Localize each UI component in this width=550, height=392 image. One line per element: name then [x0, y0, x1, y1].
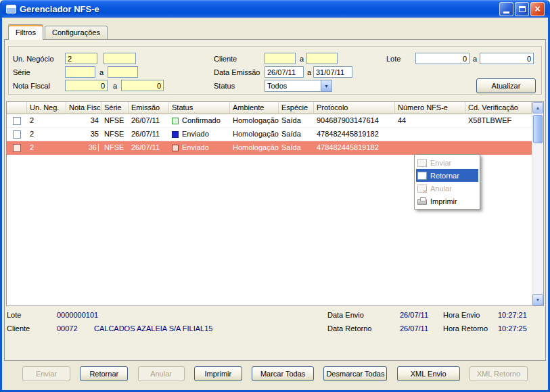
lote-label: Lote	[7, 311, 21, 319]
window-title: Gerenciador NFS-e	[20, 4, 496, 14]
status-square	[172, 131, 179, 138]
lote-to-input[interactable]	[480, 53, 534, 64]
scroll-down-button[interactable]: ▼	[532, 294, 543, 305]
row-checkbox[interactable]	[13, 130, 21, 139]
data-emissao-from-input[interactable]	[265, 66, 304, 78]
column-header-status[interactable]: Status	[169, 102, 230, 114]
maximize-button[interactable]	[515, 2, 529, 16]
cell-serie: NFSE	[101, 114, 129, 127]
action-imprimir-button[interactable]: Imprimir	[194, 366, 242, 381]
vertical-scrollbar[interactable]: ▲ ▼	[532, 102, 543, 305]
column-header-numero-nfs-e[interactable]: Número NFS-e	[395, 102, 465, 114]
row-checkbox[interactable]	[13, 144, 21, 152]
tab-filtros[interactable]: Filtros	[8, 24, 43, 40]
cell-status: Enviado	[169, 141, 230, 154]
cell-protocolo: 478482445819182	[314, 128, 395, 141]
cliente-to-input[interactable]	[306, 53, 338, 64]
table-row[interactable]: 234NFSE26/07/11ConfirmadoHomologaçãoSaíd…	[7, 114, 532, 128]
cell-numero-nfse: 44	[395, 114, 465, 127]
nota-fiscal-range-separator: a	[113, 82, 117, 90]
cell-un-neg: 2	[27, 128, 66, 141]
context-menu-item-label: Retornar	[430, 172, 459, 180]
action-xml-envio-button[interactable]: XML Envio	[397, 366, 460, 381]
minimize-button[interactable]	[499, 2, 513, 16]
cell-status: Enviado	[169, 128, 230, 141]
arrow-up-icon: ▲	[536, 105, 541, 110]
return-grid-icon	[417, 172, 427, 180]
column-header-checkbox[interactable]	[7, 102, 27, 114]
atualizar-button[interactable]: Atualizar	[476, 78, 536, 93]
window-controls: ×	[499, 2, 545, 16]
window: Gerenciador NFS-e × Filtros Configuraçõe…	[0, 0, 550, 392]
cliente-code: 00072	[57, 324, 78, 333]
status-select[interactable]: Todos ▼	[265, 80, 332, 92]
lote-filter-label: Lote	[386, 55, 400, 63]
tab-strip: Filtros Configurações	[8, 24, 109, 39]
cell-emissao: 26/07/11	[129, 141, 169, 154]
context-menu-item-imprimir[interactable]: Imprimir	[416, 195, 478, 207]
action-bar: EnviarRetornarAnularImprimirMarcar Todas…	[22, 366, 528, 381]
cell-ambiente: Homologação	[230, 128, 279, 141]
nota-fiscal-to-input[interactable]	[121, 80, 164, 91]
column-header-protocolo[interactable]: Protocolo	[314, 102, 395, 114]
context-menu: EnviarRetornarAnularImprimir	[414, 154, 480, 210]
column-header-serie[interactable]: Série	[101, 102, 129, 114]
hora-envio-label: Hora Envio	[443, 311, 480, 319]
column-header-emissao[interactable]: Emissão	[129, 102, 169, 114]
close-button[interactable]: ×	[530, 2, 545, 16]
cliente-name: CALCADOS AZALEIA S/A FILIAL15	[94, 324, 212, 333]
lote-from-input[interactable]	[415, 53, 469, 64]
column-header-cd-verificacao[interactable]: Cd. Verificação	[465, 102, 532, 114]
cliente-label: Cliente	[214, 55, 237, 63]
minimize-icon	[503, 11, 509, 14]
column-header-especie[interactable]: Espécie	[279, 102, 314, 114]
action-retornar-button[interactable]: Retornar	[80, 366, 128, 381]
cell-especie: Saída	[279, 128, 314, 141]
context-menu-item-retornar[interactable]: Retornar	[416, 169, 478, 182]
column-header-un-neg[interactable]: Un. Neg.	[27, 102, 66, 114]
un-negocio-to-input[interactable]	[104, 53, 136, 64]
tab-configuracoes[interactable]: Configurações	[45, 26, 108, 39]
cliente-range-separator: a	[300, 55, 304, 63]
action-desmarcar-todas-button[interactable]: Desmarcar Todas	[323, 366, 387, 381]
scroll-thumb[interactable]	[533, 115, 543, 143]
nota-fiscal-from-input[interactable]	[65, 80, 108, 91]
table-row[interactable]: 236NFSE26/07/11EnviadoHomologaçãoSaída47…	[7, 141, 532, 155]
cell-protocolo: 478482445819182	[314, 141, 395, 154]
column-header-nota-fiscal[interactable]: Nota Fiscal	[66, 102, 101, 114]
cell-emissao: 26/07/11	[129, 128, 169, 141]
cell-nota-fiscal: 35	[66, 128, 101, 141]
context-menu-item-anular: Anular	[416, 182, 478, 195]
lote-range-separator: a	[473, 55, 477, 63]
hora-envio-value: 10:27:21	[498, 311, 527, 319]
serie-to-input[interactable]	[108, 66, 138, 78]
status-dropdown-button[interactable]: ▼	[321, 80, 331, 91]
table-row[interactable]: 235NFSE26/07/11EnviadoHomologaçãoSaída47…	[7, 128, 532, 141]
nota-fiscal-label: Nota Fiscal	[13, 82, 50, 90]
data-retorno-value: 26/07/11	[400, 324, 428, 333]
cliente-footer-label: Cliente	[7, 324, 30, 333]
filter-panel: Un. Negócio Série a Nota Fiscal a Client…	[8, 46, 542, 95]
chevron-down-icon: ▼	[324, 84, 329, 89]
un-negocio-from-input[interactable]	[65, 53, 97, 64]
column-header-ambiente[interactable]: Ambiente	[230, 102, 279, 114]
status-square	[172, 118, 179, 124]
scroll-up-button[interactable]: ▲	[532, 102, 543, 114]
row-checkbox[interactable]	[13, 117, 21, 125]
cell-serie: NFSE	[101, 128, 129, 141]
data-emissao-range-separator: a	[307, 68, 311, 76]
action-enviar-button: Enviar	[22, 366, 70, 381]
cliente-from-input[interactable]	[265, 53, 296, 64]
action-marcar-todas-button[interactable]: Marcar Todas	[252, 366, 314, 381]
context-menu-item-enviar: Enviar	[416, 156, 478, 169]
serie-from-input[interactable]	[65, 66, 95, 78]
titlebar[interactable]: Gerenciador NFS-e ×	[2, 0, 548, 18]
data-emissao-label: Data Emissão	[214, 68, 260, 76]
status-square	[172, 145, 179, 151]
cell-especie: Saída	[279, 141, 314, 154]
serie-range-separator: a	[99, 68, 104, 76]
data-emissao-to-input[interactable]	[313, 66, 352, 78]
hora-retorno-value: 10:27:25	[498, 324, 527, 333]
send-grid-icon	[417, 159, 427, 167]
lote-value: 0000000101	[57, 311, 98, 319]
